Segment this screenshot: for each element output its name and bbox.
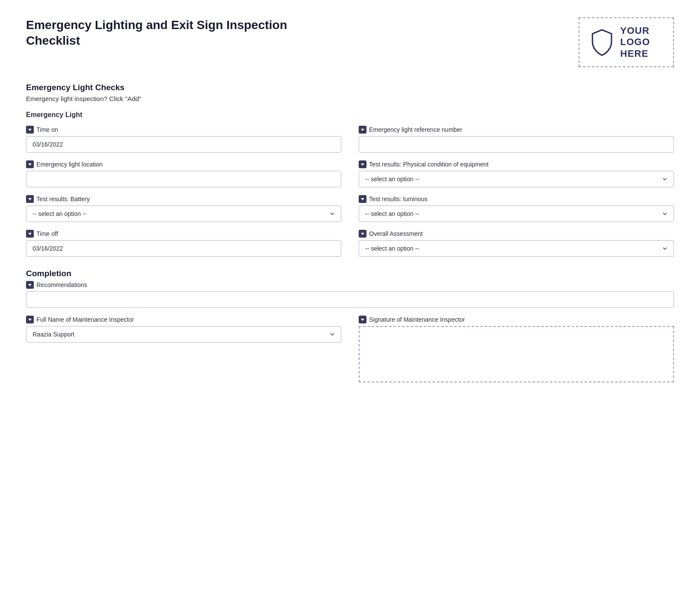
chevron-time-on-icon — [26, 126, 34, 134]
chevron-ref-icon — [359, 126, 366, 134]
chevron-battery-icon — [26, 195, 34, 203]
label-full-name-inspector: Full Name of Maintenance Inspector — [26, 316, 341, 323]
label-emergency-light-ref: Emergency light reference number — [359, 126, 674, 134]
field-time-on: Time on — [26, 126, 341, 153]
chevron-physical-icon — [359, 160, 366, 168]
field-test-results-luminous: Test results: luminous -- select an opti… — [359, 195, 674, 222]
field-signature-inspector: Signature of Maintenance Inspector — [359, 316, 674, 382]
field-emergency-light-ref: Emergency light reference number — [359, 126, 674, 153]
completion-section: Completion Recommendations Full Name of … — [26, 269, 674, 390]
signature-box[interactable] — [359, 326, 674, 382]
recommendations-input[interactable] — [26, 291, 674, 308]
label-test-results-luminous: Test results: luminous — [359, 195, 674, 203]
test-results-physical-select[interactable]: -- select an option -- Pass Fail N/A — [359, 171, 674, 187]
field-emergency-light-location: Emergency light location — [26, 160, 341, 187]
chevron-name-inspector-icon — [26, 316, 34, 323]
chevron-location-icon — [26, 160, 34, 168]
time-on-input[interactable] — [26, 136, 341, 153]
chevron-recommendations-icon — [26, 281, 34, 289]
label-recommendations: Recommendations — [26, 281, 674, 289]
field-full-name-inspector: Full Name of Maintenance Inspector Raazi… — [26, 316, 341, 382]
full-name-inspector-select[interactable]: Raazia Support — [26, 326, 341, 343]
field-test-results-battery: Test results: Battery -- select an optio… — [26, 195, 341, 222]
label-test-results-battery: Test results: Battery — [26, 195, 341, 203]
label-time-on: Time on — [26, 126, 341, 134]
chevron-signature-icon — [359, 316, 366, 323]
field-overall-assessment: Overall Assessment -- select an option -… — [359, 230, 674, 257]
chevron-assessment-icon — [359, 230, 366, 238]
completion-form-grid: Recommendations Full Name of Maintenance… — [26, 281, 674, 390]
subsection-title-emergency-light: Emergency Light — [26, 111, 674, 119]
field-test-results-physical: Test results: Physical condition of equi… — [359, 160, 674, 187]
time-off-input[interactable] — [26, 240, 341, 257]
section-heading-emergency: Emergency Light Checks — [26, 83, 674, 92]
emergency-light-checks-section: Emergency Light Checks Emergency light i… — [26, 83, 674, 264]
page-header: Emergency Lighting and Exit Sign Inspect… — [26, 17, 674, 67]
shield-icon — [590, 29, 614, 56]
label-test-results-physical: Test results: Physical condition of equi… — [359, 160, 674, 168]
page-title: Emergency Lighting and Exit Sign Inspect… — [26, 17, 330, 49]
section-heading-completion: Completion — [26, 269, 674, 278]
test-results-battery-select[interactable]: -- select an option -- Pass Fail N/A — [26, 206, 341, 222]
logo-text: YOURLOGOHERE — [620, 25, 650, 59]
emergency-light-form-grid: Time on Emergency light reference number… — [26, 126, 674, 264]
field-recommendations: Recommendations — [26, 281, 674, 308]
logo-box: YOURLOGOHERE — [579, 17, 674, 67]
overall-assessment-select[interactable]: -- select an option -- Pass Fail N/A — [359, 240, 674, 257]
label-signature-inspector: Signature of Maintenance Inspector — [359, 316, 674, 323]
test-results-luminous-select[interactable]: -- select an option -- Pass Fail N/A — [359, 206, 674, 222]
label-overall-assessment: Overall Assessment — [359, 230, 674, 238]
emergency-light-ref-input[interactable] — [359, 136, 674, 153]
label-emergency-light-location: Emergency light location — [26, 160, 341, 168]
field-time-off: Time off — [26, 230, 341, 257]
chevron-time-off-icon — [26, 230, 34, 238]
chevron-luminous-icon — [359, 195, 366, 203]
section-subtitle-emergency: Emergency light inspection? Click "Add" — [26, 95, 674, 102]
label-time-off: Time off — [26, 230, 341, 238]
emergency-light-location-input[interactable] — [26, 171, 341, 187]
